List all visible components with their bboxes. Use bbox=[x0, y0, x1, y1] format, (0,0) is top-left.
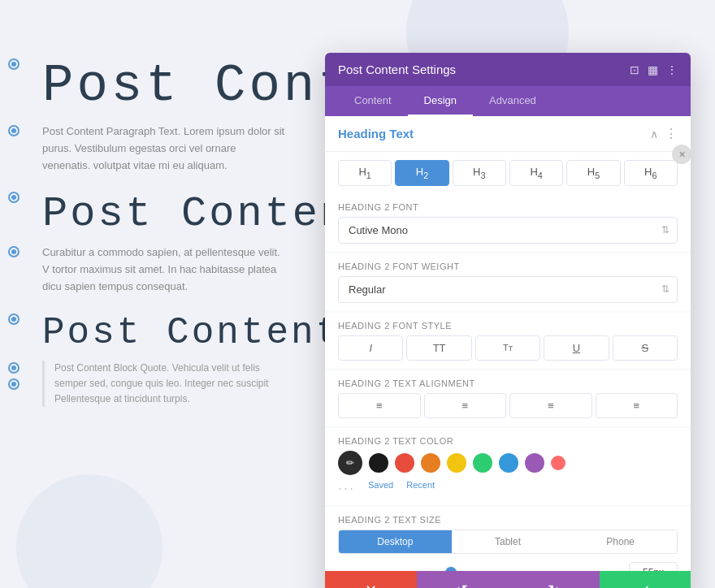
action-bar: ✕ ↺ ↻ ✓ bbox=[325, 571, 691, 588]
section-more-icon[interactable]: ⋮ bbox=[665, 126, 678, 141]
style-button-group: I TT TT U S bbox=[338, 335, 678, 361]
align-center-button[interactable]: ≡ bbox=[424, 393, 507, 418]
color-swatch-yellow[interactable] bbox=[447, 453, 466, 473]
panel-header-icons: ⊡ ▦ ⋮ bbox=[630, 63, 678, 76]
alignment-label: Heading 2 Text Alignment bbox=[338, 378, 678, 388]
layout-icon[interactable]: ▦ bbox=[648, 63, 658, 76]
color-swatch-orange[interactable] bbox=[421, 453, 440, 473]
tt-small-button[interactable]: TT bbox=[475, 335, 540, 361]
font-row: Heading 2 Font Cutive Mono ⇅ bbox=[325, 194, 691, 252]
align-left-button[interactable]: ≡ bbox=[338, 393, 421, 418]
redo-button[interactable]: ↻ bbox=[508, 571, 600, 588]
color-label: Heading 2 Text Color bbox=[338, 436, 678, 446]
text-size-section: Heading 2 Text Size Desktop Tablet Phone bbox=[325, 507, 691, 571]
italic-button[interactable]: I bbox=[338, 335, 403, 361]
saved-label[interactable]: Saved bbox=[368, 480, 393, 497]
decorative-circle-2 bbox=[16, 474, 162, 588]
section-icon-5 bbox=[8, 313, 20, 325]
size-input[interactable] bbox=[629, 562, 678, 571]
device-tab-group: Desktop Tablet Phone bbox=[338, 530, 678, 554]
font-label: Heading 2 Font bbox=[338, 202, 678, 212]
weight-select[interactable]: Regular bbox=[338, 276, 678, 303]
heading-tab-h5[interactable]: H5 bbox=[566, 160, 620, 186]
heading-tab-h2[interactable]: H2 bbox=[395, 160, 448, 186]
tab-advanced[interactable]: Advanced bbox=[473, 86, 552, 116]
heading-tab-h4[interactable]: H4 bbox=[509, 160, 563, 186]
align-right-button[interactable]: ≡ bbox=[509, 393, 592, 418]
pencil-icon: ✏ bbox=[346, 457, 354, 469]
tab-bar: Content Design Advanced bbox=[325, 86, 691, 116]
heading-tab-h1[interactable]: H1 bbox=[338, 160, 392, 186]
bg-blockquote: Post Content Block Quote. Vehicula velit… bbox=[42, 361, 270, 408]
color-section: Heading 2 Text Color ✏ ··· Saved Recent bbox=[325, 428, 691, 505]
section-icon-4 bbox=[8, 246, 20, 257]
section-icon-2 bbox=[8, 125, 20, 136]
settings-panel: Post Content Settings ⊡ ▦ ⋮ Content Desi… bbox=[325, 53, 691, 588]
tt-button[interactable]: TT bbox=[406, 335, 471, 361]
panel-close-button[interactable]: ✕ bbox=[672, 145, 691, 164]
tab-content[interactable]: Content bbox=[338, 86, 408, 116]
more-icon[interactable]: ⋮ bbox=[666, 63, 678, 76]
strikethrough-button[interactable]: S bbox=[613, 335, 678, 361]
heading-tab-h6[interactable]: H6 bbox=[624, 160, 678, 186]
heading-tab-group: H1 H2 H3 H4 H5 H6 bbox=[325, 152, 691, 194]
color-swatch-pink[interactable] bbox=[551, 456, 566, 470]
bg-paragraph-1: Post Content Paragraph Text. Lorem ipsum… bbox=[42, 123, 286, 174]
color-picker-button[interactable]: ✏ bbox=[338, 451, 362, 475]
tab-design[interactable]: Design bbox=[408, 86, 473, 116]
device-tab-phone[interactable]: Phone bbox=[564, 530, 677, 553]
color-swatch-blue[interactable] bbox=[499, 453, 518, 473]
color-swatches: ✏ bbox=[338, 451, 678, 475]
color-swatch-green[interactable] bbox=[473, 453, 492, 473]
weight-row: Heading 2 Font Weight Regular ⇅ bbox=[325, 253, 691, 311]
section-title: Heading Text bbox=[338, 127, 414, 141]
heading-tab-h3[interactable]: H3 bbox=[453, 160, 506, 186]
alignment-row: Heading 2 Text Alignment ≡ ≡ ≡ ≡ bbox=[325, 370, 691, 426]
panel-header: Post Content Settings ⊡ ▦ ⋮ bbox=[325, 53, 691, 86]
panel-title: Post Content Settings bbox=[338, 63, 456, 76]
alignment-button-group: ≡ ≡ ≡ ≡ bbox=[338, 393, 678, 418]
weight-label: Heading 2 Font Weight bbox=[338, 262, 678, 271]
font-select-wrapper: Cutive Mono ⇅ bbox=[338, 217, 678, 244]
color-swatch-purple[interactable] bbox=[525, 453, 544, 473]
style-label: Heading 2 Font Style bbox=[338, 321, 678, 331]
size-slider-row bbox=[338, 562, 678, 571]
section-header-controls: ∧ ⋮ bbox=[650, 126, 678, 141]
style-row: Heading 2 Font Style I TT TT U S bbox=[325, 313, 691, 369]
bg-paragraph-2: Curabitur a commodo sapien, at pellentes… bbox=[42, 244, 286, 295]
device-tab-tablet[interactable]: Tablet bbox=[452, 530, 565, 553]
section-icon-1 bbox=[8, 58, 20, 70]
section-icon-7 bbox=[8, 378, 20, 390]
section-icon-3 bbox=[8, 192, 20, 203]
size-label: Heading 2 Text Size bbox=[338, 515, 678, 525]
color-saved-row: ··· Saved Recent bbox=[338, 475, 678, 497]
section-header: Heading Text ∧ ⋮ bbox=[325, 116, 691, 152]
color-swatch-black[interactable] bbox=[369, 453, 388, 473]
underline-button[interactable]: U bbox=[544, 335, 609, 361]
panel-body: Heading Text ∧ ⋮ H1 H2 H3 H4 H5 H6 Headi… bbox=[325, 116, 691, 571]
confirm-button[interactable]: ✓ bbox=[600, 571, 691, 588]
device-tab-desktop[interactable]: Desktop bbox=[339, 530, 452, 553]
undo-button[interactable]: ↺ bbox=[417, 571, 509, 588]
more-colors-icon[interactable]: ··· bbox=[338, 480, 355, 497]
color-swatch-red[interactable] bbox=[395, 453, 414, 473]
recent-label[interactable]: Recent bbox=[406, 480, 435, 497]
section-icon-6 bbox=[8, 362, 20, 374]
fullscreen-icon[interactable]: ⊡ bbox=[630, 63, 639, 76]
weight-select-wrapper: Regular ⇅ bbox=[338, 276, 678, 303]
size-slider-thumb[interactable] bbox=[445, 567, 457, 571]
font-select[interactable]: Cutive Mono bbox=[338, 217, 678, 244]
collapse-icon[interactable]: ∧ bbox=[650, 128, 658, 141]
align-justify-button[interactable]: ≡ bbox=[596, 393, 678, 418]
cancel-button[interactable]: ✕ bbox=[325, 571, 417, 588]
